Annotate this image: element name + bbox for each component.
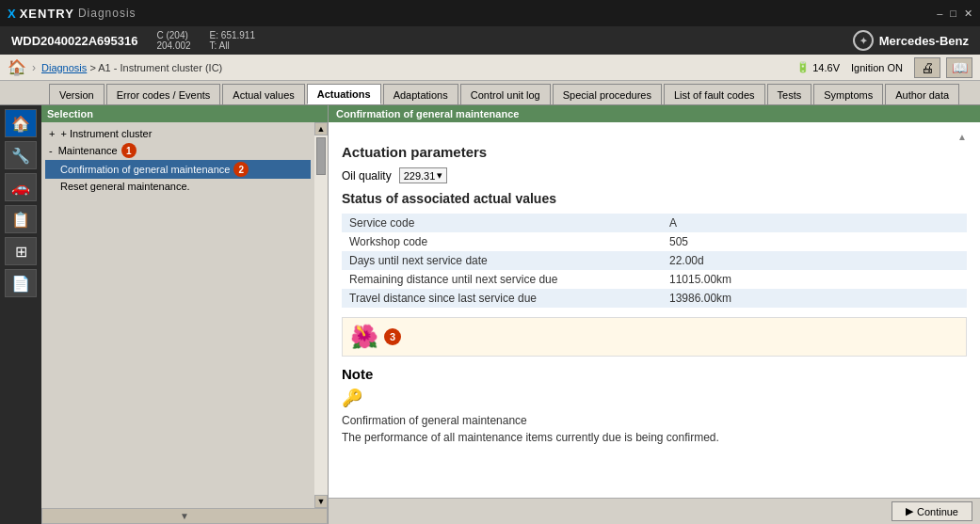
app-subtitle: Diagnosis	[78, 7, 137, 20]
tab-control-unit-log[interactable]: Control unit log	[460, 84, 551, 104]
window-controls: – □ ✕	[937, 8, 972, 20]
nav-list[interactable]: 📋	[5, 205, 37, 233]
status-section: Status of associated actual values Servi…	[342, 191, 967, 308]
scroll-down-button[interactable]: ▼	[314, 495, 328, 508]
nav-document[interactable]: 📄	[5, 269, 37, 297]
content-header: Confirmation of general maintenance	[329, 105, 980, 122]
tabs-bar: Version Error codes / Events Actual valu…	[0, 81, 980, 105]
continue-label: Continue	[917, 506, 958, 517]
service-code-label: Service code	[349, 216, 669, 230]
code-e: E: 651.911 T: All	[210, 30, 255, 51]
oil-quality-value: 229.31	[404, 170, 436, 182]
tab-author-data[interactable]: Author data	[885, 84, 959, 104]
battery-indicator: 🔋 14.6V	[796, 61, 840, 73]
note-icon: 🔑	[342, 388, 967, 408]
note-line1: Confirmation of general maintenance	[342, 412, 967, 429]
nav-home[interactable]: 🏠	[5, 109, 37, 137]
tab-fault-codes[interactable]: List of fault codes	[664, 84, 765, 104]
nav-vehicle[interactable]: 🚗	[5, 173, 37, 201]
tree-badge-1: 1	[121, 143, 137, 158]
oil-quality-select[interactable]: 229.31 ▾	[399, 167, 448, 183]
actuation-title: Actuation parameters	[342, 144, 967, 160]
selection-scrollbar[interactable]: ▲ ▼	[314, 122, 328, 508]
tab-adaptations[interactable]: Adaptations	[383, 84, 458, 104]
header-icons: 🖨 📖	[914, 57, 972, 78]
tree-maintenance[interactable]: - Maintenance 1	[45, 141, 311, 160]
oil-quality-label: Oil quality	[342, 169, 392, 183]
battery-voltage: 14.6V	[812, 62, 840, 73]
tree-confirmation[interactable]: Confirmation of general maintenance 2	[45, 160, 311, 179]
status-row-service-code: Service code A	[342, 214, 967, 232]
alert-icon: 🌺	[350, 324, 378, 350]
note-line2: The performance of all maintenance items…	[342, 429, 967, 446]
tab-symptoms[interactable]: Symptoms	[813, 84, 883, 104]
breadcrumb: Diagnosis > A1 - Instrument cluster (IC)	[41, 62, 222, 73]
tree-item-label: + Instrument cluster	[60, 128, 152, 139]
remaining-distance-value: 11015.00km	[669, 273, 731, 286]
tree-reset-maintenance[interactable]: Reset general maintenance.	[45, 179, 311, 194]
app-logo: XXENTRY Diagnosis	[8, 7, 137, 21]
scroll-up-button[interactable]: ▲	[314, 122, 328, 135]
ignition-status: Ignition ON	[851, 62, 903, 73]
code-c: C (204) 204.002	[156, 30, 190, 51]
left-nav: 🏠 🔧 🚗 📋 ⊞ 📄	[0, 105, 41, 524]
remaining-distance-label: Remaining distance until next service du…	[349, 273, 669, 286]
status-row-days: Days until next service date 22.00d	[342, 251, 967, 270]
workshop-code-label: Workshop code	[349, 235, 669, 248]
arrow-icon: ›	[32, 61, 36, 74]
tab-actual-values[interactable]: Actual values	[222, 84, 304, 104]
status-row-workshop-code: Workshop code 505	[342, 232, 967, 251]
continue-arrow-icon: ▶	[906, 505, 913, 517]
status-row-travel-distance: Travel distance since last service due 1…	[342, 289, 967, 308]
vin-display: WDD2040022A695316	[11, 34, 137, 48]
nav-grid[interactable]: ⊞	[5, 237, 37, 265]
tab-tests[interactable]: Tests	[767, 84, 812, 104]
logo-entry: XENTRY	[20, 7, 74, 21]
content-panel: Confirmation of general maintenance ▲ Ac…	[329, 105, 980, 524]
maximize-button[interactable]: □	[950, 8, 956, 20]
workshop-code-value: 505	[669, 235, 688, 248]
main-area: 🏠 🔧 🚗 📋 ⊞ 📄 Selection + + Instrument clu…	[0, 105, 980, 524]
alert-badge: 3	[384, 328, 401, 345]
print-button[interactable]: 🖨	[914, 57, 940, 78]
status-row-remaining-distance: Remaining distance until next service du…	[342, 270, 967, 289]
content-body: ▲ Actuation parameters Oil quality 229.3…	[329, 122, 980, 524]
tree-collapse-icon: -	[49, 145, 53, 156]
tab-special-procedures[interactable]: Special procedures	[553, 84, 662, 104]
logo-x: X	[8, 7, 17, 21]
battery-icon: 🔋	[796, 61, 810, 73]
tree-item-label: Reset general maintenance.	[60, 181, 190, 192]
note-section: Note 🔑 Confirmation of general maintenan…	[342, 366, 967, 446]
bottom-bar: ▶ Continue	[329, 498, 980, 524]
oil-quality-row: Oil quality 229.31 ▾	[342, 167, 967, 183]
second-header: 🏠 › Diagnosis > A1 - Instrument cluster …	[0, 55, 980, 81]
scroll-thumb[interactable]	[316, 137, 326, 175]
tab-version[interactable]: Version	[49, 84, 104, 104]
selection-bottom-arrow[interactable]: ▼	[41, 508, 328, 524]
travel-distance-label: Travel distance since last service due	[349, 292, 669, 305]
scroll-up-indicator: ▲	[342, 132, 967, 142]
status-title: Status of associated actual values	[342, 191, 967, 206]
travel-distance-value: 13986.00km	[669, 292, 731, 305]
minimize-button[interactable]: –	[937, 8, 942, 20]
header-right-info: 🔋 14.6V Ignition ON 🖨 📖	[796, 57, 972, 78]
note-title: Note	[342, 366, 967, 382]
help-button[interactable]: 📖	[946, 57, 972, 78]
tab-error-codes[interactable]: Error codes / Events	[106, 84, 221, 104]
brand-name: Mercedes-Benz	[879, 34, 969, 48]
days-label: Days until next service date	[349, 254, 669, 267]
tree-instrument-cluster[interactable]: + + Instrument cluster	[45, 126, 311, 141]
home-icon[interactable]: 🏠	[8, 58, 26, 76]
mercedes-emblem: ✦	[853, 30, 874, 51]
close-button[interactable]: ✕	[964, 8, 972, 20]
nav-diagnostics[interactable]: 🔧	[5, 141, 37, 169]
tree-item-label: Confirmation of general maintenance	[60, 164, 230, 175]
tree-item-label: Maintenance	[58, 145, 118, 156]
mercedes-logo: ✦ Mercedes-Benz	[853, 30, 969, 51]
alert-box: 🌺 3	[342, 317, 967, 357]
diagnosis-link[interactable]: Diagnosis	[41, 62, 87, 73]
breadcrumb-sep: > A1 - Instrument cluster (IC)	[89, 62, 222, 73]
header-bar: WDD2040022A695316 C (204) 204.002 E: 651…	[0, 26, 980, 55]
continue-button[interactable]: ▶ Continue	[892, 501, 972, 521]
tab-actuations[interactable]: Actuations	[307, 84, 381, 104]
